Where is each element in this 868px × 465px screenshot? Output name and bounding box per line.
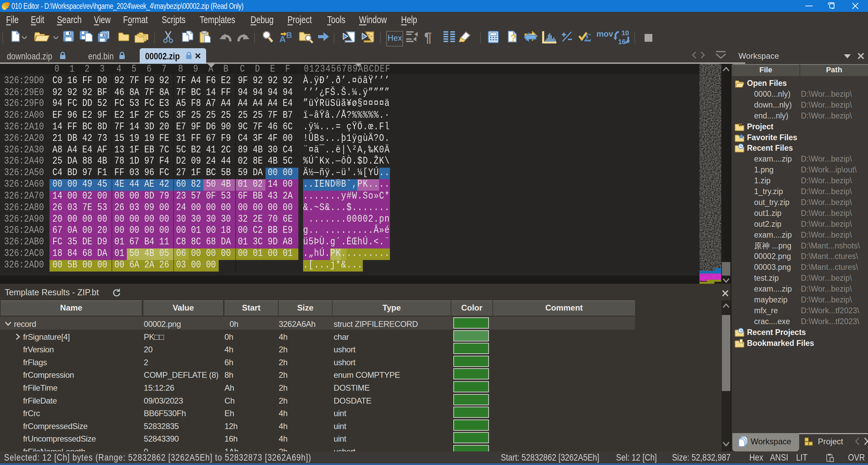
svg-text:16: 16 — [618, 38, 626, 44]
svg-text:?: ? — [510, 32, 516, 43]
svg-text:Σ: Σ — [584, 31, 591, 43]
svg-text:10: 10 — [622, 31, 629, 37]
svg-text:B: B — [286, 31, 292, 40]
